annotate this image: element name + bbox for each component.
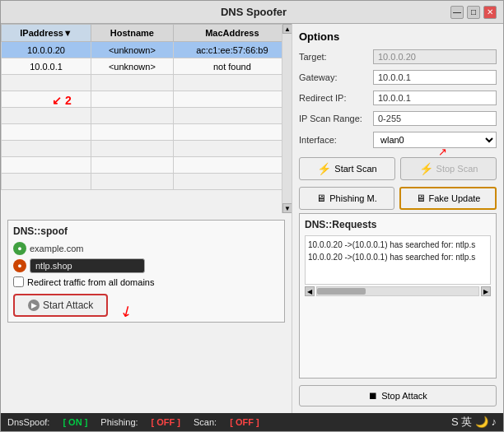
left-panel: IPaddress▼ Hostname MacAddress 10.0.0.20…	[1, 24, 292, 413]
domain2-icon: ●	[13, 259, 26, 272]
scroll-left-arrow[interactable]: ◀	[305, 286, 315, 296]
ip-scan-range-label: IP Scan Range:	[299, 114, 373, 123]
phishing-button[interactable]: 🖥 Phishing M.	[299, 187, 394, 210]
col-macaddress[interactable]: MacAddress	[173, 25, 291, 42]
ip-scan-range-row: IP Scan Range:	[299, 111, 497, 126]
phishing-status-value: [ OFF ]	[152, 417, 180, 427]
redirect-checkbox[interactable]	[13, 276, 24, 287]
stop-scan-label: Stop Scan	[436, 164, 478, 174]
scan-icon: ⚡	[317, 162, 331, 175]
dns-scrollbar: ◀ ▶	[305, 286, 491, 296]
play-icon: ▶	[28, 300, 40, 311]
stop-icon: ⏹	[368, 390, 378, 402]
cell-hostname: <unknown>	[91, 58, 174, 75]
network-table: IPaddress▼ Hostname MacAddress 10.0.0.20…	[1, 24, 292, 190]
table-row	[2, 75, 292, 91]
table-row	[2, 91, 292, 108]
scroll-up-arrow[interactable]: ▲	[282, 24, 292, 34]
table-row[interactable]: 10.0.0.20 <unknown> ac:c1:ee:57:66:b9	[2, 42, 292, 58]
scroll-right-arrow[interactable]: ▶	[481, 286, 491, 296]
interface-select[interactable]: wlan0	[373, 132, 497, 148]
domain1-row: ● example.com	[13, 242, 279, 255]
window-title: DNS Spoofer	[57, 6, 450, 18]
maximize-button[interactable]: □	[467, 6, 480, 19]
table-row	[2, 174, 292, 190]
ip-scan-range-input[interactable]	[373, 111, 497, 126]
gateway-label: Gateway:	[299, 72, 373, 82]
table-row	[2, 108, 292, 124]
redirect-ip-input[interactable]	[373, 91, 497, 105]
dns-spoof-status-value: [ ON ]	[63, 417, 87, 427]
bottom-left: DNS::spoof ● example.com ● Redirect traf…	[1, 213, 292, 413]
phishing-status-label: Phishing:	[100, 417, 138, 427]
table-wrapper: IPaddress▼ Hostname MacAddress 10.0.0.20…	[1, 24, 292, 213]
dns-requests-content: 10.0.0.20 ->(10.0.0.1) has searched for:…	[305, 235, 491, 285]
start-scan-button[interactable]: ⚡ Start Scan	[299, 157, 395, 180]
dns-requests-title: DNS::Requests	[305, 219, 491, 230]
phishing-label: Phishing M.	[329, 193, 376, 203]
cell-ip: 10.0.0.1	[2, 58, 91, 75]
redirect-ip-row: Redirect IP:	[299, 91, 497, 105]
horizontal-scrollbar[interactable]	[316, 286, 479, 296]
target-label: Target:	[299, 52, 373, 62]
start-scan-label: Start Scan	[334, 164, 376, 174]
gateway-input[interactable]	[373, 70, 497, 85]
cell-mac: ac:c1:ee:57:66:b9	[173, 42, 291, 58]
right-panel: Options Target: Gateway: Redirect IP: IP…	[292, 24, 503, 413]
table-row	[2, 141, 292, 157]
redirect-ip-label: Redirect IP:	[299, 93, 373, 103]
dns-spoof-status-label: DnsSpoof:	[7, 417, 49, 427]
scan-buttons-row: ⚡ Start Scan ⚡ Stop Scan ↗	[299, 157, 497, 180]
gateway-row: Gateway:	[299, 70, 497, 85]
domain2-row: ●	[13, 258, 279, 273]
cell-hostname: <unknown>	[91, 42, 174, 58]
fake-update-icon: 🖥	[416, 193, 426, 204]
table-row[interactable]: 10.0.0.1 <unknown> not found	[2, 58, 292, 75]
stop-attack-label: Stop Attack	[381, 391, 427, 401]
table-row	[2, 157, 292, 174]
interface-label: Interface:	[299, 135, 373, 145]
cell-ip: 10.0.0.20	[2, 42, 91, 58]
status-bar: DnsSpoof: [ ON ] Phishing: [ OFF ] Scan:…	[1, 413, 503, 431]
start-attack-label: Start Attack	[43, 300, 93, 311]
dns-requests-panel: DNS::Requests 10.0.0.20 ->(10.0.0.1) has…	[299, 213, 497, 379]
close-button[interactable]: ✕	[483, 6, 497, 19]
stop-scan-button[interactable]: ⚡ Stop Scan	[400, 157, 497, 180]
main-content: IPaddress▼ Hostname MacAddress 10.0.0.20…	[1, 24, 503, 413]
redirect-label: Redirect traffic from all domains	[27, 277, 154, 287]
scroll-down-arrow[interactable]: ▼	[282, 203, 292, 213]
domain1-icon: ●	[13, 242, 26, 255]
domain2-input[interactable]	[30, 258, 145, 273]
stop-attack-button[interactable]: ⏹ Stop Attack	[299, 385, 497, 406]
dns-spoof-title: DNS::spoof	[13, 225, 279, 237]
fake-update-label: Fake Update	[429, 193, 481, 203]
target-input[interactable]	[373, 49, 497, 64]
scan-status-value: [ OFF ]	[230, 417, 259, 427]
options-title: Options	[299, 30, 497, 43]
start-attack-button[interactable]: ▶ Start Attack	[13, 294, 108, 317]
vertical-scrollbar[interactable]: ▲ ▼	[282, 24, 292, 213]
dns-spoof-panel: DNS::spoof ● example.com ● Redirect traf…	[7, 220, 285, 323]
window-controls: — □ ✕	[450, 6, 497, 19]
scrollbar-thumb	[317, 288, 366, 295]
fake-update-button[interactable]: 🖥 Fake Update	[399, 187, 497, 210]
phishing-icon: 🖥	[316, 193, 326, 204]
main-window: DNS Spoofer — □ ✕ IPaddress▼ Hostname Ma…	[0, 0, 504, 432]
interface-row: Interface: wlan0	[299, 132, 497, 148]
target-row: Target:	[299, 49, 497, 64]
phishing-buttons-row: 🖥 Phishing M. 🖥 Fake Update	[299, 187, 497, 210]
col-hostname[interactable]: Hostname	[91, 25, 174, 42]
titlebar: DNS Spoofer — □ ✕	[1, 1, 503, 24]
table-row	[2, 124, 292, 141]
redirect-row: Redirect traffic from all domains	[13, 276, 279, 287]
dns-request-item: 10.0.0.20 ->(10.0.0.1) has searched for:…	[308, 239, 488, 251]
domain1-text: example.com	[30, 244, 83, 253]
cell-mac: not found	[173, 58, 291, 75]
arrow-annotation-attack: ↙	[117, 300, 137, 323]
scan-status-label: Scan:	[194, 417, 217, 427]
col-ipaddress[interactable]: IPaddress▼	[2, 25, 91, 42]
dns-request-item: 10.0.0.20 ->(10.0.0.1) has searched for:…	[308, 251, 488, 263]
stop-scan-icon: ⚡	[419, 162, 433, 175]
minimize-button[interactable]: —	[450, 6, 464, 19]
taskbar-icons: S 英 🌙 ♪	[451, 415, 497, 430]
